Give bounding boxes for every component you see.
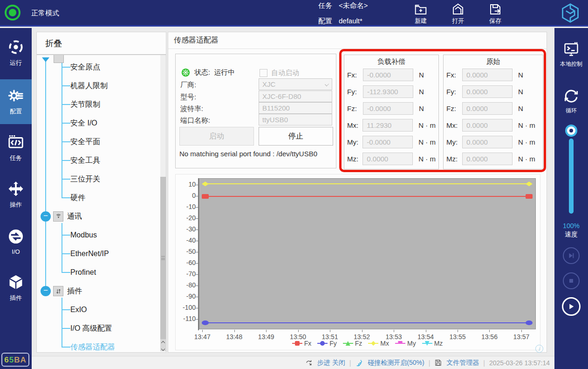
open-button[interactable]: 打开 (445, 2, 471, 25)
chevron-down-icon (325, 82, 329, 86)
force-value-field[interactable]: 0.0000 (362, 153, 413, 165)
baudrate-field[interactable]: B115200 (259, 102, 332, 114)
tree-item-关节限制[interactable]: 关节限制 (37, 95, 158, 114)
force-value-field[interactable]: 0.0000 (462, 119, 513, 132)
stop-program-button[interactable] (563, 272, 580, 289)
force-value-field[interactable]: 0.0000 (462, 85, 513, 98)
collapse-header[interactable]: 折叠 (37, 32, 166, 55)
tree-item-传感器适配器[interactable]: 传感器适配器 (37, 338, 158, 351)
force-value-field[interactable]: -112.9300 (363, 85, 413, 98)
x-tick-mark (489, 330, 490, 332)
scroll-up-button[interactable] (160, 339, 166, 347)
autostart-label: 自动启动 (271, 69, 299, 77)
y-tick-mark (196, 308, 198, 308)
force-label: Mz: (347, 155, 362, 163)
legend-label: Fz (355, 340, 362, 347)
tree-connector (62, 272, 70, 273)
collapse-toggle-icon[interactable]: − (41, 286, 51, 296)
force-unit: N (419, 104, 424, 112)
tree-item-机器人限制[interactable]: 机器人限制 (37, 77, 158, 95)
loop-button[interactable]: 循环 (554, 88, 588, 115)
speed-slider-track[interactable] (569, 139, 574, 214)
model-label: 型号: (180, 93, 196, 102)
tree-item-硬件[interactable]: 硬件 (37, 188, 158, 207)
stop-button[interactable]: 停止 (259, 127, 333, 146)
model-field[interactable]: XJC-6F-D80 (259, 91, 332, 102)
sidebar-item-io[interactable]: I/O (0, 228, 32, 255)
tree-item-安全 I/O[interactable]: 安全 I/O (37, 114, 158, 132)
tree-connector (62, 197, 70, 198)
file-manager-link[interactable]: 文件管理器 (446, 359, 479, 367)
y-tick-mark (196, 207, 198, 208)
y-tick-label: -10 (176, 203, 196, 210)
sidebar-item-config[interactable]: 配置 (0, 79, 32, 124)
tree-scrollbar-thumb[interactable] (160, 177, 166, 339)
force-value-field[interactable]: -0.0000 (363, 69, 413, 81)
tree-connector (62, 67, 70, 68)
save-button[interactable]: 保存 (483, 2, 508, 25)
force-row: My:0.0000N · m (444, 133, 543, 150)
collision-detect-status[interactable]: 碰撞检测开启(50%) (368, 359, 424, 367)
play-button[interactable] (562, 297, 581, 316)
tree-item-Profinet[interactable]: Profinet (37, 263, 158, 282)
sidebar-item-task[interactable]: 任务 (0, 133, 32, 162)
y-tick-label: -50 (176, 248, 196, 255)
tree-connector (62, 141, 70, 142)
force-value-field[interactable]: 0.0000 (462, 153, 513, 165)
tree-item-三位开关[interactable]: 三位开关 (37, 170, 158, 188)
status-bar: 步进 关闭 | 碰撞检测开启(50%) | 文件管理器 | 2025-03-26… (32, 356, 554, 369)
collapse-toggle-icon[interactable]: − (41, 211, 51, 222)
force-row: Fx:-0.0000N (344, 66, 438, 83)
series-endpoint-marker (526, 194, 533, 199)
sidebar-item-operate[interactable]: 操作 (0, 180, 32, 209)
force-value-field[interactable]: 11.2930 (362, 119, 413, 132)
scroll-down-button[interactable] (160, 347, 166, 351)
start-button[interactable]: 启动 (179, 127, 254, 146)
speed-slider-handle[interactable] (567, 126, 575, 135)
force-value-field[interactable]: -0.0000 (362, 136, 413, 148)
port-field[interactable]: ttyUSB0 (259, 114, 332, 125)
legend-label: Mz (434, 340, 443, 347)
force-value-field[interactable]: 0.0000 (462, 102, 513, 115)
new-button[interactable]: 新建 (408, 2, 433, 25)
force-row: Fx:0.0000N (444, 66, 543, 83)
tree-item-EtherNet/IP[interactable]: EtherNet/IP (37, 244, 158, 263)
info-icon[interactable]: i (535, 345, 543, 353)
force-value-field[interactable]: 0.0000 (462, 136, 513, 148)
force-row: Mz:0.0000N · m (344, 150, 438, 167)
sidebar-item-plugin[interactable]: 插件 (0, 273, 32, 302)
sidebar-item-run[interactable]: 运行 (0, 38, 32, 67)
x-tick-label: 13:56 (474, 333, 504, 341)
y-tick-label: -70 (176, 270, 196, 278)
x-tick-label: 13:51 (315, 333, 345, 341)
panel-title: 负载补偿 (344, 57, 438, 66)
force-label: My: (347, 138, 362, 146)
robot-serial-badge: 65BA (1, 353, 29, 367)
autostart-checkbox[interactable] (260, 69, 267, 77)
tree-item-Modbus[interactable]: Modbus (37, 226, 158, 244)
local-control-button[interactable]: 本地控制 (554, 41, 588, 68)
tree-item-安全原点[interactable]: 安全原点 (37, 58, 158, 77)
tree-item-安全平面[interactable]: 安全平面 (37, 132, 158, 151)
force-value-field[interactable]: -0.0000 (363, 102, 413, 115)
x-tick-label: 13:52 (347, 333, 377, 341)
right-sidebar: 本地控制 循环 100% 速度 (554, 28, 588, 369)
force-unit: N · m (518, 138, 535, 146)
tree-connector (62, 253, 70, 254)
force-label: Fz: (347, 104, 363, 112)
step-forward-button[interactable] (563, 247, 580, 264)
tree-item-ExIO[interactable]: ExIO (37, 300, 158, 319)
tree-item-插件[interactable]: −插件 (37, 282, 158, 300)
step-mode-status[interactable]: 步进 关闭 (317, 359, 345, 367)
y-tick-mark (196, 274, 198, 275)
force-value-field[interactable]: 0.0000 (462, 69, 513, 81)
tree-item-通讯[interactable]: −通讯 (37, 207, 158, 226)
brand-logo-icon (560, 2, 581, 24)
collision-detect-icon (355, 359, 363, 367)
vendor-label: 厂商: (180, 81, 196, 90)
vendor-select[interactable]: XJC (259, 78, 332, 90)
tree-item-安全工具[interactable]: 安全工具 (37, 151, 158, 170)
status-value: 运行中 (214, 68, 235, 77)
task-label: 任务 (318, 1, 332, 10)
tree-item-I/O 高级配置[interactable]: I/O 高级配置 (37, 319, 158, 338)
